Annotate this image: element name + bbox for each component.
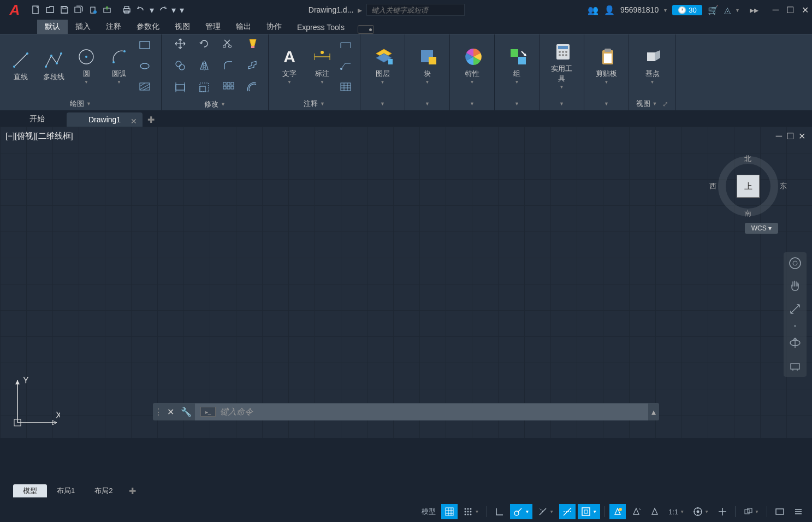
line-button[interactable]: 直线 [4,48,37,84]
cmd-drag-handle[interactable]: ⋮ [153,407,164,417]
properties-button[interactable]: 特性▼ [456,45,489,87]
autodesk-icon[interactable]: ◬ [724,5,731,15]
sb-otrack-icon[interactable] [559,504,576,519]
tab-manage[interactable]: 管理 [198,20,228,34]
tab-default[interactable]: 默认 [37,20,68,34]
scale-icon[interactable] [197,80,211,94]
tab-drawing1[interactable]: Drawing1✕ [67,112,143,127]
rectangle-icon[interactable] [138,38,152,52]
sb-isolate-icon[interactable]: ▼ [740,504,762,519]
sb-workspace-icon[interactable]: ▼ [690,504,712,519]
cmd-close-icon[interactable]: ✕ [164,407,177,417]
steering-wheel-icon[interactable] [787,256,803,271]
zoom-extents-icon[interactable] [787,301,803,317]
mleader-icon[interactable] [339,59,353,73]
circle-button[interactable]: 圆▼ [70,45,103,87]
tab-parametric[interactable]: 参数化 [129,20,167,34]
cmd-customize-icon[interactable]: 🔧 [177,407,195,417]
sb-isodraft-icon[interactable]: ▼ [535,504,557,519]
polyline-button[interactable]: 多段线 [37,48,70,84]
mirror-icon[interactable] [197,58,211,73]
wcs-badge[interactable]: WCS ▾ [745,223,778,234]
undo-dropdown[interactable]: ▾ [149,3,155,16]
offset-icon[interactable] [245,80,259,94]
dimension-button[interactable]: 标注▼ [306,45,339,87]
orbit-icon[interactable] [787,335,803,351]
featured-apps[interactable] [358,25,374,34]
app-logo[interactable]: A [3,1,26,19]
panel-layer-title[interactable]: ▼ [360,97,405,110]
sb-annoauto-icon[interactable] [647,504,663,519]
viewcube-north[interactable]: 北 [744,154,751,164]
move-icon[interactable] [173,37,187,51]
panel-block-title[interactable]: ▼ [405,97,449,110]
print-icon[interactable] [120,3,133,16]
command-input[interactable]: ▸_ 键入命令 [195,404,648,420]
tab-layout1[interactable]: 布局1 [47,484,85,497]
table-icon[interactable] [339,80,353,94]
cart-icon[interactable]: 🛒 [708,5,719,15]
panel-view-title[interactable]: 视图▼⤢ [629,97,675,110]
cmd-history-icon[interactable]: ▴ [648,407,659,417]
sb-annoscale-icon[interactable] [609,504,626,519]
fillet-icon[interactable] [221,58,235,73]
cloud-open-icon[interactable] [100,3,114,16]
panel-group-title[interactable]: ▼ [495,97,539,110]
showmotion-icon[interactable] [787,358,803,373]
vp-close-icon[interactable]: ✕ [798,131,805,141]
block-button[interactable]: 块▼ [411,45,444,87]
panel-clip-title[interactable]: ▼ [584,97,629,110]
sb-polar-icon[interactable]: ▼ [510,504,532,519]
minimize-button[interactable]: ─ [773,5,779,15]
stretch-icon[interactable] [173,80,187,94]
help-search-input[interactable] [366,4,465,16]
redo-dropdown[interactable]: ▾ [170,3,177,16]
text-button[interactable]: A 文字▼ [273,45,306,87]
ellipse-icon[interactable] [138,59,152,73]
user-icon[interactable]: 👤 [604,5,615,15]
sb-grid-icon[interactable] [441,504,458,519]
viewcube-west[interactable]: 西 [709,181,716,191]
panel-prop-title[interactable]: ▼ [450,97,494,110]
tab-output[interactable]: 输出 [228,20,259,34]
maximize-button[interactable]: ☐ [786,5,794,15]
add-layout-button[interactable]: ✚ [122,484,143,498]
sb-snap-icon[interactable]: ▼ [460,504,482,519]
vp-minimize-icon[interactable]: ─ [776,131,782,141]
sb-ortho-icon[interactable] [491,504,508,519]
rotate-icon[interactable] [197,37,211,51]
arc-button[interactable]: 圆弧▼ [103,45,135,87]
tab-view[interactable]: 视图 [167,20,198,34]
redo-icon[interactable] [156,3,169,16]
panel-annot-title[interactable]: 注释▼ [269,97,360,110]
panel-modify-title[interactable]: 修改▼ [162,98,268,110]
drawing-canvas[interactable]: [−][俯视][二维线框] ─ ☐ ✕ 北 南 东 西 上 WCS ▾ YX ⋮… [0,127,812,438]
group-button[interactable]: 组▼ [501,45,534,87]
explode-icon[interactable] [245,58,259,73]
tab-annotate[interactable]: 注释 [98,20,129,34]
save-icon[interactable] [58,3,71,16]
utilities-button[interactable]: 实用工具▼ [544,40,579,92]
erase-icon[interactable] [245,37,259,51]
panel-draw-title[interactable]: 绘图▼ [0,97,161,110]
tab-express[interactable]: Express Tools [289,21,352,34]
qat-customize[interactable]: ▾ [178,3,186,16]
trim-icon[interactable] [221,37,235,51]
copy-icon[interactable] [173,58,187,73]
array-icon[interactable] [221,80,235,94]
viewcube-top[interactable]: 上 [737,175,760,198]
saveall-icon[interactable] [72,3,85,16]
tab-model[interactable]: 模型 [13,484,47,497]
sb-annotation-monitor-icon[interactable] [714,504,731,519]
sb-scale-button[interactable]: 1:1▼ [665,504,687,519]
tab-layout2[interactable]: 布局2 [85,484,122,497]
open-icon[interactable] [44,3,57,16]
base-button[interactable]: 基点▼ [636,45,669,87]
viewport-label[interactable]: [−][俯视][二维线框] [5,131,73,141]
undo-icon[interactable] [134,3,147,16]
add-tab-button[interactable]: ✚ [143,112,159,127]
sb-model-button[interactable]: 模型 [418,504,439,519]
new-icon[interactable] [29,3,43,16]
expand-icon[interactable]: ▸▸ [750,5,758,15]
close-button[interactable]: ✕ [802,5,809,15]
